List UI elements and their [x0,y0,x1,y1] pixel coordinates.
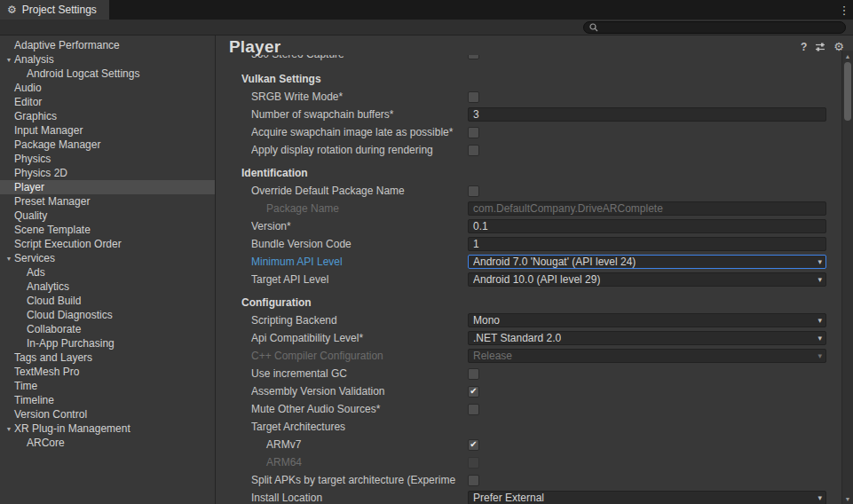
sidebar-item-quality[interactable]: Quality [0,209,215,223]
sidebar-item-audio[interactable]: Audio [0,81,215,95]
scroll-up-icon[interactable]: ▲ [842,51,853,61]
field-label: SRGB Write Mode* [251,91,468,103]
chevron-down-icon: ▾ [817,334,822,343]
sidebar-item-timeline[interactable]: Timeline [0,393,215,407]
foldout-arrow-icon[interactable]: ▼ [4,256,14,262]
settings-content: 360 Stereo CaptureVulkan SettingsSRGB Wr… [216,55,841,504]
help-icon[interactable]: ? [801,42,807,52]
window-menu-icon[interactable]: ⋮ [835,0,853,20]
sidebar-item-label: Ads [27,266,45,279]
sidebar-item-label: Preset Manager [14,195,90,208]
window-body: Adaptive Performance▼AnalysisAndroid Log… [0,35,853,504]
settings-sidebar: Adaptive Performance▼AnalysisAndroid Log… [0,35,216,504]
preset-icon[interactable] [815,42,825,52]
sidebar-item-arcore[interactable]: ARCore [0,436,215,450]
package-name-field: com.DefaultCompany.DriveARComplete [468,201,826,216]
scripting-backend-dropdown[interactable]: Mono▾ [468,313,826,327]
sidebar-item-package-manager[interactable]: Package Manager [0,138,215,152]
assembly-version-validation-checkbox[interactable]: ✔ [468,386,479,398]
search-input[interactable] [602,22,840,33]
row-arm64: ARM64 [216,453,841,471]
split-apks-by-target-architecture-experime-checkbox[interactable] [468,475,479,486]
dropdown-value: Mono [473,314,500,327]
check-icon: ✔ [470,387,477,396]
row-vulkan-settings: Vulkan Settings [216,65,841,88]
sidebar-item-ads[interactable]: Ads [0,265,215,280]
sidebar-item-version-control[interactable]: Version Control [0,407,215,421]
row-split-apks-by-target-architecture-experime: Split APKs by target architecture (Exper… [216,471,841,489]
sidebar-item-physics[interactable]: Physics [0,152,215,166]
sidebar-item-cloud-build[interactable]: Cloud Build [0,294,215,308]
project-settings-window: ⚙ Project Settings ⋮ Adaptive Performanc… [0,0,853,504]
foldout-arrow-icon[interactable]: ▼ [4,57,14,63]
tab-project-settings[interactable]: ⚙ Project Settings [0,0,109,20]
install-location-dropdown[interactable]: Prefer External▾ [468,491,826,504]
sidebar-item-graphics[interactable]: Graphics [0,109,215,123]
mute-other-audio-sources-checkbox[interactable] [468,404,479,415]
sidebar-item-label: Cloud Diagnostics [27,309,113,321]
sidebar-item-editor[interactable]: Editor [0,95,215,109]
dropdown-value: Release [473,350,512,362]
apply-display-rotation-during-rendering-checkbox[interactable] [468,145,479,156]
number-of-swapchain-buffers-field[interactable]: 3 [468,107,826,122]
sidebar-item-preset-manager[interactable]: Preset Manager [0,194,215,209]
override-default-package-name-checkbox[interactable] [468,185,479,197]
sidebar-item-xr-plug-in-management[interactable]: ▼XR Plug-in Management [0,421,215,436]
row-number-of-swapchain-buffers: Number of swapchain buffers*3 [216,106,841,123]
field-label: Scripting Backend [251,314,468,327]
sidebar-item-analysis[interactable]: ▼Analysis [0,52,215,67]
sidebar-item-analytics[interactable]: Analytics [0,280,215,294]
sidebar-item-physics-2d[interactable]: Physics 2D [0,166,215,180]
sidebar-item-time[interactable]: Time [0,379,215,393]
sidebar-item-services[interactable]: ▼Services [0,251,215,265]
sidebar-item-collaborate[interactable]: Collaborate [0,322,215,336]
sidebar-item-textmesh-pro[interactable]: TextMesh Pro [0,365,215,379]
foldout-arrow-icon[interactable]: ▼ [4,426,14,432]
armv7-checkbox[interactable]: ✔ [468,439,479,451]
api-compatibility-level-dropdown[interactable]: .NET Standard 2.0▾ [468,331,826,345]
sidebar-item-label: Tags and Layers [14,351,92,364]
use-incremental-gc-checkbox[interactable] [468,368,479,380]
header-icons: ? ⚙ [801,41,844,52]
toolbar [0,20,853,35]
sidebar-item-adaptive-performance[interactable]: Adaptive Performance [0,38,215,52]
sidebar-item-android-logcat-settings[interactable]: Android Logcat Settings [0,67,215,81]
bundle-version-code-field[interactable]: 1 [468,237,826,251]
sidebar-item-label: Services [14,252,55,264]
scroll-down-icon[interactable]: ▼ [842,493,853,504]
sidebar-item-label: Analysis [14,53,54,66]
sidebar-item-input-manager[interactable]: Input Manager [0,123,215,138]
c-compiler-configuration-dropdown[interactable]: Release▾ [468,349,826,363]
row-minimum-api-level: Minimum API LevelAndroid 7.0 'Nougat' (A… [216,253,841,271]
sidebar-item-cloud-diagnostics[interactable]: Cloud Diagnostics [0,308,215,322]
sidebar-item-label: TextMesh Pro [14,366,79,378]
sidebar-item-label: Script Execution Order [14,238,122,250]
row-mute-other-audio-sources: Mute Other Audio Sources* [216,400,841,418]
row-srgb-write-mode: SRGB Write Mode* [216,88,841,106]
sidebar-item-script-execution-order[interactable]: Script Execution Order [0,237,215,251]
search-box[interactable] [583,21,846,34]
sidebar-item-label: Physics [14,153,51,165]
sidebar-item-tags-and-layers[interactable]: Tags and Layers [0,350,215,365]
arm64-checkbox[interactable] [468,457,479,469]
acquire-swapchain-image-late-as-possible-checkbox[interactable] [468,127,479,138]
chevron-down-icon: ▾ [817,351,822,360]
sidebar-item-scene-template[interactable]: Scene Template [0,223,215,237]
dropdown-value: Android 7.0 'Nougat' (API level 24) [473,256,636,268]
target-api-level-dropdown[interactable]: Android 10.0 (API level 29)▾ [468,272,826,287]
scrollbar-thumb[interactable] [844,62,851,121]
vertical-scrollbar[interactable]: ▲ ▼ [841,51,853,504]
360-stereo-capture-checkbox[interactable] [468,55,479,59]
sidebar-item-player[interactable]: Player [0,180,215,194]
sidebar-item-label: Android Logcat Settings [27,67,139,80]
srgb-write-mode-checkbox[interactable] [468,91,479,103]
version-field[interactable]: 0.1 [468,219,826,233]
minimum-api-level-dropdown[interactable]: Android 7.0 'Nougat' (API level 24)▾ [468,255,826,269]
sidebar-item-label: Analytics [27,280,69,293]
sidebar-item-in-app-purchasing[interactable]: In-App Purchasing [0,336,215,350]
field-label: Bundle Version Code [251,238,468,250]
search-icon [589,23,598,32]
sidebar-item-label: XR Plug-in Management [14,422,130,435]
section-header: Configuration [241,296,312,309]
sidebar-item-label: Input Manager [14,124,83,137]
